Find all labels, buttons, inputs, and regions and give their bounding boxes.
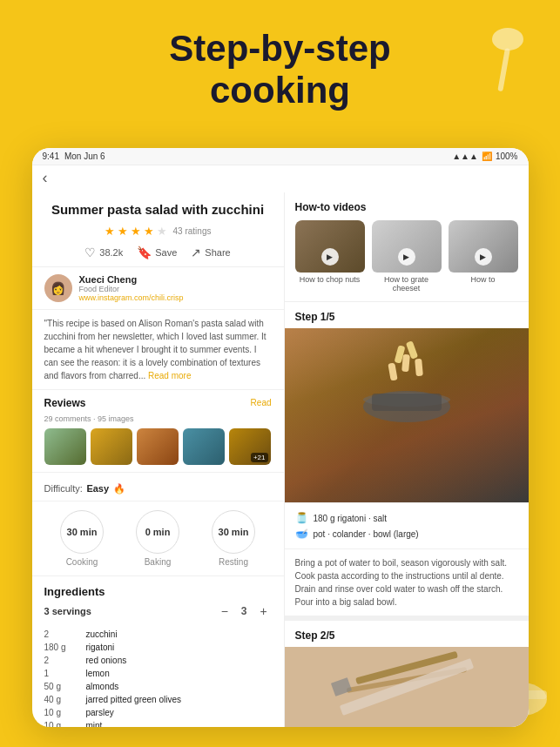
ingredient-item-mint: 10 g mint bbox=[44, 719, 272, 728]
save-label: Save bbox=[155, 247, 177, 258]
save-button[interactable]: 🔖 Save bbox=[137, 246, 177, 259]
servings-control: − 3 + bbox=[217, 603, 272, 619]
content-area: Summer pasta salad with zucchini ★ ★ ★ ★… bbox=[32, 192, 529, 727]
share-label: Share bbox=[205, 247, 230, 258]
read-more-link[interactable]: Read more bbox=[148, 371, 191, 380]
ingredient-amount: 50 g bbox=[44, 682, 79, 691]
video-thumb-2[interactable]: ▶ How to grate cheeset bbox=[372, 220, 442, 293]
step1-label: Step 1/5 bbox=[295, 311, 518, 323]
hero-title-line1: Step-by-step bbox=[169, 28, 390, 69]
servings-label: 3 servings bbox=[44, 606, 91, 616]
difficulty-label: Difficulty: bbox=[44, 483, 83, 494]
ingredient-item-red-onions: 2 red onions bbox=[44, 654, 272, 667]
like-count: 38.2k bbox=[99, 247, 123, 258]
nav-bar: ‹ bbox=[32, 165, 529, 192]
author-avatar: 👩 bbox=[44, 274, 72, 302]
servings-qty: 3 bbox=[241, 605, 247, 617]
time-resting: 30 min Resting bbox=[212, 510, 255, 567]
review-image-5[interactable]: +21 bbox=[229, 428, 271, 465]
author-name: Xueci Cheng bbox=[79, 274, 272, 285]
reviews-title: Reviews bbox=[44, 397, 86, 409]
ingredient-amount: 2 bbox=[44, 656, 79, 665]
like-button[interactable]: ♡ 38.2k bbox=[84, 246, 123, 259]
recipe-title: Summer pasta salad with zucchini bbox=[32, 192, 284, 222]
howto-title: How-to videos bbox=[295, 201, 518, 213]
left-column: Summer pasta salad with zucchini ★ ★ ★ ★… bbox=[32, 192, 285, 727]
resting-time-label: Resting bbox=[219, 557, 248, 567]
cooking-time-label: Cooking bbox=[66, 557, 98, 567]
svg-rect-10 bbox=[415, 359, 423, 377]
baking-time-label: Baking bbox=[145, 557, 172, 567]
play-icon-3: ▶ bbox=[475, 248, 492, 266]
ingredient-name: red onions bbox=[86, 656, 127, 665]
step1-ingredient-2: 🥣 pot · colander · bowl (large) bbox=[295, 526, 518, 542]
action-row: ♡ 38.2k 🔖 Save ↗ Share bbox=[32, 240, 284, 267]
rating-row: ★ ★ ★ ★ ★ 43 ratings bbox=[32, 222, 284, 240]
bookmark-icon: 🔖 bbox=[137, 246, 152, 259]
step1-ingredient-1-text: 180 g rigatoni · salt bbox=[314, 514, 388, 523]
video-label-1: How to chop nuts bbox=[295, 275, 365, 284]
decrease-servings-button[interactable]: − bbox=[217, 603, 233, 619]
ingredient-name: lemon bbox=[86, 669, 110, 678]
heart-icon: ♡ bbox=[84, 246, 96, 259]
ingredient-amount: 10 g bbox=[44, 708, 79, 717]
step1-ingredient-2-text: pot · colander · bowl (large) bbox=[314, 529, 419, 539]
share-button[interactable]: ↗ Share bbox=[191, 246, 230, 259]
star-1: ★ bbox=[105, 225, 115, 238]
svg-rect-8 bbox=[388, 362, 397, 380]
deco-ladle-icon bbox=[490, 26, 543, 87]
author-info: Xueci Cheng Food Editor www.instagram.co… bbox=[79, 274, 272, 302]
author-role: Food Editor bbox=[79, 285, 272, 293]
star-2: ★ bbox=[118, 225, 128, 238]
svg-rect-7 bbox=[372, 394, 442, 411]
author-link[interactable]: www.instagram.com/chili.crisp bbox=[79, 293, 272, 302]
review-count-badge: +21 bbox=[251, 453, 268, 462]
wifi-icon: 📶 bbox=[482, 151, 492, 161]
baking-time-value: 0 min bbox=[145, 527, 171, 537]
ingredient-name: mint bbox=[86, 721, 103, 728]
ingredient-list: 2 zucchini 180 g rigatoni 2 red onions 1… bbox=[44, 628, 272, 728]
review-image-1[interactable] bbox=[44, 428, 86, 465]
resting-time-circle: 30 min bbox=[212, 510, 255, 554]
status-time: 9:41 bbox=[43, 151, 59, 161]
recipe-description: "This recipe is based on Alison Roman's … bbox=[32, 310, 284, 390]
reviews-meta: 29 comments · 95 images bbox=[44, 414, 272, 423]
ingredient-item-parsley: 10 g parsley bbox=[44, 706, 272, 719]
video-thumbnails: ▶ How to chop nuts ▶ How to grate cheese… bbox=[295, 220, 518, 293]
play-icon-1: ▶ bbox=[321, 248, 339, 266]
ingredient-item-almonds: 50 g almonds bbox=[44, 680, 272, 693]
review-image-4[interactable] bbox=[183, 428, 225, 465]
reviews-link[interactable]: Read bbox=[251, 398, 272, 407]
right-column: How-to videos ▶ How to chop nuts ▶ How t… bbox=[285, 192, 529, 727]
review-image-2[interactable] bbox=[91, 428, 132, 465]
ingredient-amount: 10 g bbox=[44, 721, 79, 728]
signal-icon: ▲▲▲ bbox=[452, 151, 478, 161]
increase-servings-button[interactable]: + bbox=[256, 603, 272, 619]
video-label-3: How to bbox=[449, 275, 518, 284]
hero-title: Step-by-step cooking bbox=[0, 0, 560, 112]
time-cooking: 30 min Cooking bbox=[60, 510, 104, 567]
svg-point-0 bbox=[492, 28, 523, 50]
resting-time-value: 30 min bbox=[219, 527, 249, 537]
ingredient-item-rigatoni: 180 g rigatoni bbox=[44, 641, 272, 654]
step1-header: Step 1/5 bbox=[285, 302, 529, 328]
svg-rect-1 bbox=[497, 48, 510, 91]
video-thumb-3[interactable]: ▶ How to bbox=[449, 220, 518, 293]
step2-label: Step 2/5 bbox=[295, 629, 518, 642]
back-button[interactable]: ‹ bbox=[43, 169, 55, 187]
review-image-3[interactable] bbox=[137, 428, 179, 465]
step2-image bbox=[285, 647, 529, 727]
ingredient-amount: 1 bbox=[44, 669, 79, 678]
video-thumb-1[interactable]: ▶ How to chop nuts bbox=[295, 220, 365, 293]
device-frame: 9:41 Mon Jun 6 ▲▲▲ 📶 100% ‹ Summer pasta… bbox=[32, 148, 529, 727]
ingredients-title: Ingredients bbox=[44, 585, 272, 598]
star-5: ★ bbox=[157, 225, 167, 238]
ingredient-amount: 2 bbox=[44, 629, 79, 639]
ingredient-amount: 180 g bbox=[44, 643, 79, 652]
flame-icon: 🔥 bbox=[113, 483, 125, 494]
difficulty-row: Difficulty: Easy 🔥 bbox=[32, 473, 284, 501]
status-bar: 9:41 Mon Jun 6 ▲▲▲ 📶 100% bbox=[32, 148, 529, 165]
howto-section: How-to videos ▶ How to chop nuts ▶ How t… bbox=[285, 192, 529, 302]
bowl-icon: 🥣 bbox=[295, 528, 308, 540]
step2-header: Step 2/5 bbox=[285, 616, 529, 647]
